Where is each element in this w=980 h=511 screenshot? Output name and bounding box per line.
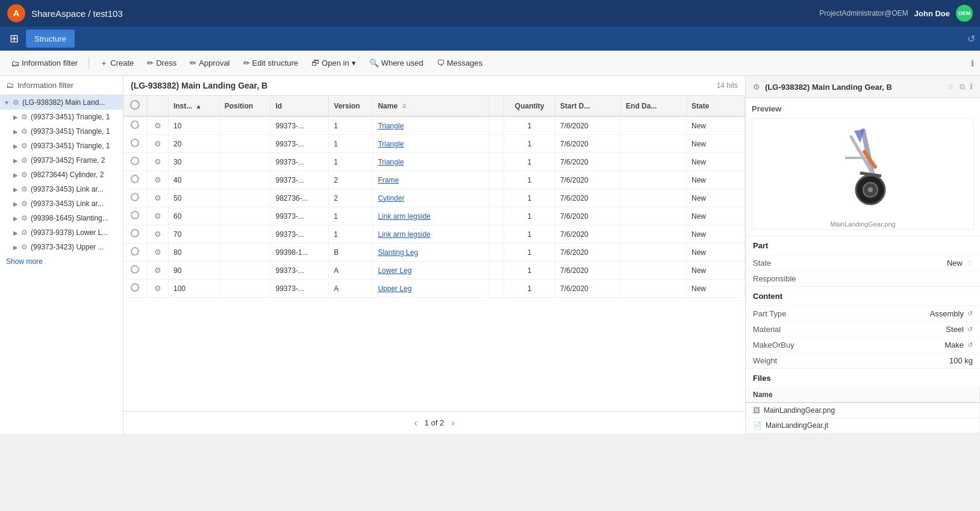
toolbar-info-icon[interactable]: ℹ [971, 58, 974, 68]
row-gear[interactable]: ⚙ [147, 225, 168, 243]
material-edit-icon[interactable]: ↺ [967, 325, 973, 333]
row-check[interactable] [123, 280, 147, 298]
table-row[interactable]: ⚙ 50 982736-... 2 Cylinder 1 7/6/2020 Ne… [123, 189, 745, 207]
row-name[interactable]: Slanting Leg [373, 243, 490, 262]
apps-button[interactable]: ⊞ [5, 30, 23, 48]
files-section-header[interactable]: Files [746, 369, 980, 387]
sidebar-item-link1[interactable]: ▶ ⚙ (99373-3453) Link ar... [0, 182, 123, 196]
copy-icon[interactable]: ⧉ [960, 82, 965, 92]
sidebar-item-upper[interactable]: ▶ ⚙ (99373-3423) Upper ... [0, 240, 123, 254]
row-check[interactable] [123, 135, 147, 153]
file-name[interactable]: 📄MainLandingGear.jt [746, 418, 980, 433]
table-row[interactable]: ⚙ 80 99398-1... B Slanting Leg 1 7/6/202… [123, 243, 745, 262]
sidebar-item-tri1[interactable]: ▶ ⚙ (99373-3451) Triangle, 1 [0, 110, 123, 124]
history-button[interactable]: ↺ [967, 33, 975, 45]
row-name[interactable]: Frame [373, 171, 490, 189]
row-name-link[interactable]: Frame [378, 176, 399, 184]
row-name-link[interactable]: Triangle [378, 122, 404, 130]
row-check[interactable] [123, 171, 147, 189]
part-type-edit-icon[interactable]: ↺ [967, 310, 973, 318]
col-end-header[interactable]: End Da... [621, 96, 687, 116]
table-row[interactable]: ⚙ 100 99373-... A Upper Leg 1 7/6/2020 N… [123, 280, 745, 298]
row-gear[interactable]: ⚙ [147, 280, 168, 298]
table-row[interactable]: ⚙ 20 99373-... 1 Triangle 1 7/6/2020 New [123, 135, 745, 153]
row-name[interactable]: Link arm legside [373, 207, 490, 225]
show-more[interactable]: Show more [0, 254, 123, 269]
col-name-header[interactable]: Name ≡ [373, 96, 490, 116]
row-check[interactable] [123, 116, 147, 135]
col-id-header[interactable]: Id [270, 96, 329, 116]
row-name-link[interactable]: Triangle [378, 158, 404, 166]
col-ver-header[interactable]: Version [329, 96, 373, 116]
row-gear[interactable]: ⚙ [147, 153, 168, 171]
dress-button[interactable]: ✏ Dress [142, 56, 181, 70]
row-name[interactable]: Cylinder [373, 189, 490, 207]
row-name[interactable]: Link arm legside [373, 225, 490, 243]
row-check[interactable] [123, 189, 147, 207]
col-qty-header[interactable]: Quantity [504, 96, 555, 116]
info-filter-sidebar[interactable]: 🗂 Information filter [0, 76, 123, 95]
sidebar-item-main[interactable]: ▼ ⚙ (LG-938382) Main Land... [0, 95, 123, 110]
sidebar-item-link2[interactable]: ▶ ⚙ (99373-3453) Link ar... [0, 196, 123, 211]
table-row[interactable]: ⚙ 30 99373-... 1 Triangle 1 7/6/2020 New [123, 153, 745, 171]
edit-structure-button[interactable]: ✏ Edit structure [239, 56, 304, 70]
next-page-button[interactable]: › [451, 418, 454, 428]
sidebar-item-frame[interactable]: ▶ ⚙ (99373-3452) Frame, 2 [0, 153, 123, 168]
row-gear[interactable]: ⚙ [147, 116, 168, 135]
row-name-link[interactable]: Lower Leg [378, 266, 411, 275]
table-row[interactable]: ⚙ 40 99373-... 2 Frame 1 7/6/2020 New [123, 171, 745, 189]
open-in-button[interactable]: 🗗 Open in ▾ [307, 56, 361, 70]
col-inst-header[interactable]: Inst... ▲ [168, 96, 219, 116]
row-gear[interactable]: ⚙ [147, 171, 168, 189]
prev-page-button[interactable]: ‹ [414, 418, 417, 428]
part-section-header[interactable]: Part [746, 236, 980, 255]
info-icon-panel[interactable]: ℹ [970, 82, 973, 92]
where-used-button[interactable]: 🔍 Where used [364, 56, 428, 70]
table-row[interactable]: ⚙ 10 99373-... 1 Triangle 1 7/6/2020 New [123, 116, 745, 135]
sidebar-item-lower[interactable]: ▶ ⚙ (99373-9378) Lower L... [0, 225, 123, 240]
row-name[interactable]: Lower Leg [373, 262, 490, 280]
create-button[interactable]: ＋ Create [95, 55, 139, 71]
sidebar-item-tri2[interactable]: ▶ ⚙ (99373-3451) Triangle, 1 [0, 124, 123, 139]
row-check[interactable] [123, 225, 147, 243]
app-logo[interactable]: A [7, 4, 25, 22]
row-name[interactable]: Triangle [373, 135, 490, 153]
col-state-header[interactable]: State [687, 96, 745, 116]
row-gear[interactable]: ⚙ [147, 135, 168, 153]
select-all[interactable] [130, 100, 140, 110]
table-scroll[interactable]: Inst... ▲ Position Id Version Name ≡ Qua… [123, 96, 745, 411]
info-filter-button[interactable]: 🗂 Information filter [6, 56, 83, 71]
file-row[interactable]: 📄MainLandingGear.jt [746, 418, 980, 433]
content-section-header[interactable]: Content [746, 287, 980, 306]
star-icon[interactable]: ☆ [947, 82, 955, 92]
row-name-link[interactable]: Link arm legside [378, 230, 430, 239]
row-name[interactable]: Upper Leg [373, 280, 490, 298]
row-name-link[interactable]: Upper Leg [378, 284, 411, 293]
row-name[interactable]: Triangle [373, 116, 490, 135]
row-name[interactable]: Triangle [373, 153, 490, 171]
table-row[interactable]: ⚙ 70 99373-... 1 Link arm legside 1 7/6/… [123, 225, 745, 243]
row-name-link[interactable]: Cylinder [378, 194, 404, 202]
row-gear[interactable]: ⚙ [147, 207, 168, 225]
col-start-header[interactable]: Start D... [555, 96, 621, 116]
row-name-link[interactable]: Link arm legside [378, 212, 430, 221]
structure-tab[interactable]: Structure [26, 30, 75, 48]
row-gear[interactable]: ⚙ [147, 189, 168, 207]
sidebar-item-slant[interactable]: ▶ ⚙ (99398-1645) Slanting... [0, 211, 123, 225]
makeorbuy-edit-icon[interactable]: ↺ [967, 341, 973, 349]
row-check[interactable] [123, 207, 147, 225]
row-name-link[interactable]: Triangle [378, 140, 404, 148]
row-gear[interactable]: ⚙ [147, 243, 168, 262]
col-pos-header[interactable]: Position [219, 96, 270, 116]
table-row[interactable]: ⚙ 60 99373-... 1 Link arm legside 1 7/6/… [123, 207, 745, 225]
row-gear[interactable]: ⚙ [147, 262, 168, 280]
row-check[interactable] [123, 262, 147, 280]
table-row[interactable]: ⚙ 90 99373-... A Lower Leg 1 7/6/2020 Ne… [123, 262, 745, 280]
row-check[interactable] [123, 153, 147, 171]
messages-button[interactable]: 🗨 Messages [432, 56, 487, 70]
row-check[interactable] [123, 243, 147, 262]
approval-button[interactable]: ✏ Approval [185, 56, 234, 70]
state-edit-icon[interactable]: ⋮ [966, 259, 973, 267]
file-name[interactable]: 🖼MainLandingGear.png [746, 403, 980, 418]
sidebar-item-tri3[interactable]: ▶ ⚙ (99373-3451) Triangle, 1 [0, 139, 123, 153]
